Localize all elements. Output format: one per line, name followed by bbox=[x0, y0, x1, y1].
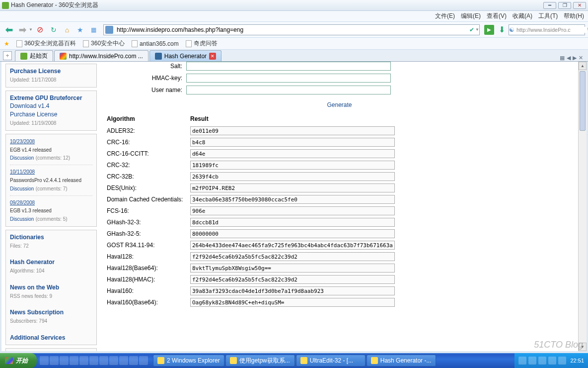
close-button[interactable]: ✕ bbox=[573, 2, 586, 9]
purchase-link[interactable]: Purchase License bbox=[10, 111, 57, 118]
news-web-link[interactable]: News on the Web bbox=[10, 284, 59, 291]
prev-tab-icon[interactable]: ◀ bbox=[567, 55, 571, 61]
favorites-button[interactable]: ★ bbox=[74, 24, 86, 36]
quick-launch-icon[interactable] bbox=[109, 356, 118, 365]
quick-launch-icon[interactable] bbox=[99, 356, 108, 365]
username-input[interactable] bbox=[186, 86, 391, 94]
scroll-thumb[interactable] bbox=[580, 71, 586, 131]
discussion-link[interactable]: Discussion bbox=[10, 186, 34, 191]
bookmark-item[interactable]: antian365.com bbox=[132, 40, 179, 47]
quick-launch-icon[interactable] bbox=[70, 356, 78, 365]
url-dropdown-icon[interactable]: ▼ bbox=[475, 27, 479, 32]
result-input[interactable] bbox=[190, 161, 395, 170]
menu-tools[interactable]: 工具(T) bbox=[538, 12, 558, 20]
result-input[interactable] bbox=[190, 286, 395, 295]
refresh-button[interactable]: ↻ bbox=[48, 24, 60, 36]
result-input[interactable] bbox=[190, 172, 395, 181]
add-bookmark-icon[interactable]: ★ bbox=[4, 40, 9, 47]
task-button[interactable]: UltraEdit-32 - [... bbox=[296, 355, 366, 367]
quick-launch-icon[interactable] bbox=[89, 356, 98, 365]
clock[interactable]: 22:51 bbox=[570, 358, 584, 364]
generate-link[interactable]: Generate bbox=[327, 101, 352, 108]
task-button[interactable]: Hash Generator -... bbox=[367, 355, 436, 367]
egb-title-link[interactable]: Extreme GPU Bruteforcer bbox=[10, 94, 82, 101]
menu-file[interactable]: 文件(E) bbox=[435, 12, 455, 20]
tray-icon[interactable] bbox=[558, 357, 566, 365]
bookmark-item[interactable]: 360安全浏览器百科 bbox=[16, 39, 76, 48]
dictionaries-link[interactable]: Dictionaries bbox=[10, 234, 44, 241]
home-button[interactable]: ⌂ bbox=[61, 24, 73, 36]
tray-icon[interactable] bbox=[518, 357, 526, 365]
close-all-icon[interactable]: ✕ bbox=[579, 55, 583, 61]
address-bar[interactable]: ✔ ▼ bbox=[103, 24, 480, 35]
scroll-up-button[interactable]: ▲ bbox=[579, 62, 587, 70]
quick-launch-icon[interactable] bbox=[50, 356, 59, 365]
tab-home[interactable]: 起始页 bbox=[15, 50, 53, 61]
discussion-link[interactable]: Discussion bbox=[10, 155, 34, 161]
quick-launch-icon[interactable] bbox=[119, 356, 128, 365]
bookmark-item[interactable]: 奇虎问答 bbox=[186, 39, 218, 48]
search-input[interactable] bbox=[514, 27, 587, 33]
menu-help[interactable]: 帮助(H) bbox=[564, 12, 584, 20]
minimize-button[interactable]: ━ bbox=[543, 2, 556, 9]
url-input[interactable] bbox=[115, 26, 467, 33]
download-link[interactable]: Download v1.4 bbox=[10, 102, 49, 109]
page-button[interactable]: ▦ bbox=[88, 24, 100, 36]
forward-button[interactable]: ➡ bbox=[16, 24, 28, 36]
hash-generator-link[interactable]: Hash Generator bbox=[10, 259, 55, 266]
news-sub-link[interactable]: News Subscription bbox=[10, 309, 64, 316]
search-box[interactable]: ☯ 🔍 bbox=[509, 24, 585, 35]
quick-launch-icon[interactable] bbox=[40, 356, 49, 365]
result-input[interactable] bbox=[190, 241, 395, 250]
news-date[interactable]: 09/28/2008 bbox=[10, 200, 35, 205]
menu-favorites[interactable]: 收藏(A) bbox=[513, 12, 532, 20]
bookmark-item[interactable]: 360安全中心 bbox=[83, 39, 125, 48]
result-input[interactable] bbox=[190, 218, 395, 227]
maximize-button[interactable]: ❐ bbox=[558, 2, 571, 9]
menu-edit[interactable]: 编辑(E) bbox=[461, 12, 481, 20]
result-input[interactable] bbox=[190, 195, 395, 204]
result-input[interactable] bbox=[190, 264, 395, 273]
tray-icon[interactable] bbox=[548, 357, 556, 365]
task-button[interactable]: 2 Windows Explorer bbox=[153, 355, 224, 367]
tile-icon[interactable]: ▦ bbox=[560, 55, 565, 61]
menu-view[interactable]: 查看(V) bbox=[487, 12, 507, 20]
quick-launch-icon[interactable] bbox=[139, 356, 148, 365]
quick-launch-icon[interactable] bbox=[60, 356, 69, 365]
tray-icon[interactable] bbox=[538, 357, 546, 365]
scroll-track[interactable] bbox=[579, 70, 587, 343]
result-input[interactable] bbox=[190, 275, 395, 284]
task-button[interactable]: 使用getpw获取系... bbox=[225, 355, 295, 367]
go-button[interactable]: ▶ bbox=[484, 25, 494, 35]
history-dropdown-icon[interactable]: ▼ bbox=[29, 27, 33, 32]
result-input[interactable] bbox=[190, 138, 395, 147]
next-tab-icon[interactable]: ▶ bbox=[573, 55, 577, 61]
tray-icon[interactable] bbox=[528, 357, 536, 365]
result-input[interactable] bbox=[190, 126, 395, 135]
news-date[interactable]: 10/23/2008 bbox=[10, 139, 35, 144]
news-date[interactable]: 10/11/2008 bbox=[10, 169, 35, 175]
vertical-scrollbar[interactable]: ▲ ▼ bbox=[578, 62, 587, 351]
tab-hash-generator[interactable]: Hash Generator ✕ bbox=[149, 50, 221, 61]
result-input[interactable] bbox=[190, 229, 395, 238]
quick-launch-icon[interactable] bbox=[79, 356, 88, 365]
back-button[interactable]: ⬅ bbox=[3, 24, 15, 36]
additional-services-link[interactable]: Additional Services bbox=[10, 334, 65, 341]
download-icon[interactable]: ⬇ bbox=[499, 25, 505, 34]
result-input[interactable] bbox=[190, 206, 395, 215]
tab-close-button[interactable]: ✕ bbox=[209, 53, 216, 60]
result-input[interactable] bbox=[190, 184, 395, 192]
result-input[interactable] bbox=[190, 252, 395, 261]
result-input[interactable] bbox=[190, 298, 395, 307]
discussion-link[interactable]: Discussion bbox=[10, 216, 34, 222]
purchase-license-link[interactable]: Purchase License bbox=[10, 68, 61, 75]
search-engine-icon[interactable]: ☯ bbox=[509, 26, 514, 33]
quick-launch-icon[interactable] bbox=[129, 356, 138, 365]
start-button[interactable]: 开始 bbox=[0, 353, 37, 368]
tab-insidepro[interactable]: http://www.InsidePro.com ... bbox=[54, 50, 148, 61]
hmac-input[interactable] bbox=[186, 74, 391, 83]
new-tab-button[interactable]: + bbox=[3, 51, 12, 60]
scroll-down-button[interactable]: ▼ bbox=[579, 343, 587, 351]
stop-button[interactable]: ⊘ bbox=[34, 24, 46, 36]
salt-input[interactable] bbox=[186, 62, 391, 71]
